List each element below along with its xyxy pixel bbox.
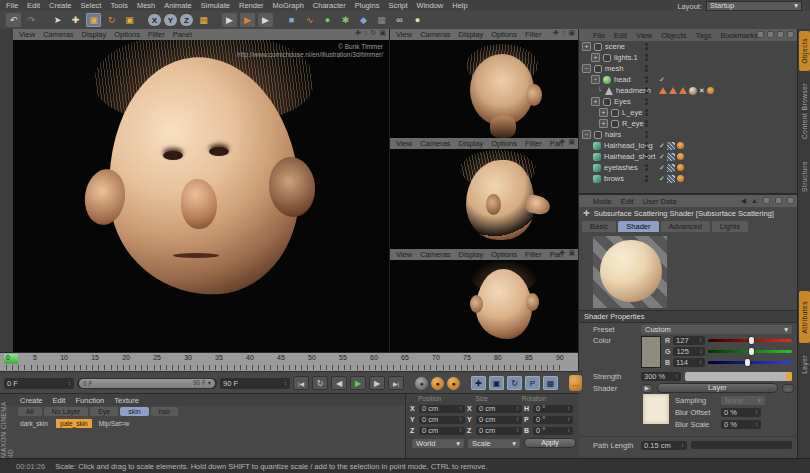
channel-g-field[interactable]: 125↕ [673, 347, 705, 356]
stepper-icon[interactable]: ↕ [459, 404, 462, 413]
om-menu-tags[interactable]: Tags [696, 31, 712, 40]
visibility-toggles[interactable] [645, 54, 648, 61]
enabled-check-icon[interactable]: ✓ [659, 153, 665, 161]
guides-tag-icon[interactable] [677, 164, 684, 171]
key-position-toggle[interactable]: ✚ [471, 376, 486, 390]
visibility-toggles[interactable] [645, 109, 648, 116]
visibility-toggles[interactable] [645, 175, 648, 182]
tag-list[interactable]: ✓ [659, 164, 684, 172]
rot-h-field[interactable]: 0 °↕ [533, 405, 573, 413]
menu-mesh[interactable]: Mesh [137, 1, 155, 10]
filter-icon[interactable] [777, 31, 784, 38]
tree-item-l-eye[interactable]: + L_eye [579, 107, 798, 118]
vp-menu-cameras[interactable]: Cameras [420, 30, 450, 39]
path-icon[interactable] [767, 31, 774, 38]
last-tool-button[interactable]: ▣ [122, 13, 137, 27]
om-menu-objects[interactable]: Objects [661, 31, 686, 40]
tree-item-head[interactable]: − head ✓ [579, 74, 798, 85]
channel-r-slider[interactable] [708, 339, 792, 342]
goto-end-button[interactable]: ▶| [388, 376, 404, 390]
menu-simulate[interactable]: Simulate [201, 1, 230, 10]
vp-menu-options[interactable]: Options [491, 30, 517, 39]
menu-animate[interactable]: Animate [164, 1, 192, 10]
menu-render[interactable]: Render [239, 1, 264, 10]
channel-r-field[interactable]: 127↕ [673, 336, 705, 345]
key-parameter-toggle[interactable]: P [525, 376, 540, 390]
path-length-field[interactable]: 0.15 cm↕ [641, 441, 687, 450]
record-keyframe-button[interactable]: ● [415, 377, 428, 390]
menu-select[interactable]: Select [81, 1, 102, 10]
stepper-icon[interactable]: ↕ [459, 415, 462, 424]
stepper-icon[interactable]: ↕ [675, 372, 678, 381]
shader-layer-button[interactable]: Layer [657, 383, 778, 393]
live-selection-button[interactable]: ➤ [50, 13, 65, 27]
timeline-ruler[interactable]: 05 1015 2025 3035 4045 5055 6065 7075 80… [0, 352, 578, 372]
tab-attributes[interactable]: Attributes [799, 291, 810, 343]
keyframe-selection-button[interactable]: ● [447, 377, 460, 390]
mat-menu-edit[interactable]: Edit [53, 396, 66, 405]
autokey-button[interactable]: ● [431, 377, 444, 390]
add-generator-button[interactable]: ● [320, 13, 335, 27]
strength-field[interactable]: 300 %↕ [641, 372, 681, 381]
collapse-icon[interactable]: − [582, 130, 591, 139]
layer-tab-eye[interactable]: Eye [90, 407, 118, 416]
tab-layer[interactable]: Layer [799, 347, 810, 381]
layer-tab-hair[interactable]: hair [151, 407, 179, 416]
apply-button[interactable]: Apply [524, 438, 576, 448]
stepper-icon[interactable]: ↕ [755, 420, 758, 429]
mode-dropdown[interactable]: Scale▾ [468, 439, 520, 448]
add-cube-button[interactable]: ■ [284, 13, 299, 27]
stepper-icon[interactable]: ↕ [459, 426, 462, 435]
sampling-dropdown[interactable]: None ▾ [721, 396, 765, 405]
stepper-icon[interactable]: ↕ [699, 336, 702, 345]
lock-z-axis-button[interactable]: Z [180, 14, 193, 26]
loop-button[interactable]: ↻ [312, 376, 328, 390]
vp-menu-display[interactable]: Display [459, 250, 484, 259]
am-menu-edit[interactable]: Edit [621, 197, 634, 206]
goto-start-button[interactable]: |◀ [293, 376, 309, 390]
search-icon[interactable] [763, 197, 770, 204]
stepper-icon[interactable]: ↕ [755, 408, 758, 417]
tree-item-hairhead-long[interactable]: Hairhead_long ✓ [579, 140, 798, 151]
history-back-icon[interactable]: ◀ [741, 197, 746, 205]
texture-tag-icon[interactable] [689, 87, 697, 95]
preset-dropdown[interactable]: Custom ▾ [641, 325, 792, 334]
vp-menu-filter[interactable]: Filter [525, 139, 542, 148]
pos-z-field[interactable]: 0 cm↕ [419, 427, 465, 435]
tag-list[interactable]: ✓ [659, 153, 684, 161]
pan-icon[interactable]: ✚ [560, 138, 566, 146]
orbit-icon[interactable]: ↻ [371, 29, 377, 37]
tab-structure[interactable]: Structure [799, 151, 810, 201]
redo-button[interactable]: ↷ [24, 13, 39, 27]
selection-tag-icon[interactable] [679, 87, 687, 94]
add-camera-button[interactable]: ∞ [392, 13, 407, 27]
path-length-bar[interactable] [691, 441, 792, 449]
stepper-icon[interactable]: ↕ [68, 379, 71, 388]
layer-tab-all[interactable]: All [18, 407, 42, 416]
menu-character[interactable]: Character [313, 1, 346, 10]
viewport-right[interactable]: View Cameras Display Options Filter Pan … [390, 138, 578, 250]
sds-weight-tag-icon[interactable]: ✕ [699, 87, 705, 95]
om-menu-bookmarks[interactable]: Bookmarks [720, 31, 758, 40]
bookmark-icon[interactable] [787, 31, 794, 38]
maximize-icon[interactable]: ▣ [568, 249, 575, 257]
lock-x-axis-button[interactable]: X [148, 14, 161, 26]
hair-material-tag-icon[interactable] [667, 153, 675, 161]
key-pla-toggle[interactable]: ▦ [543, 376, 558, 390]
play-button[interactable]: ▶ [350, 376, 366, 390]
stepper-icon[interactable]: ↕ [681, 441, 684, 450]
size-z-field[interactable]: 0 cm↕ [476, 427, 522, 435]
tree-item-brows[interactable]: brows ✓ [579, 173, 798, 184]
visibility-toggles[interactable] [645, 43, 648, 50]
rot-b-field[interactable]: 0 °↕ [533, 427, 573, 435]
pan-icon[interactable]: ✚ [553, 29, 559, 37]
rotate-button[interactable]: ↻ [104, 13, 119, 27]
tab-shader[interactable]: Shader [618, 221, 658, 232]
expand-icon[interactable]: + [599, 108, 608, 117]
lock-icon[interactable] [775, 197, 782, 204]
lock-y-axis-button[interactable]: Y [164, 14, 177, 26]
expand-icon[interactable]: + [591, 53, 600, 62]
enabled-check-icon[interactable]: ✓ [659, 142, 665, 150]
color-swatch[interactable] [641, 336, 661, 368]
strength-slider[interactable] [685, 372, 792, 381]
